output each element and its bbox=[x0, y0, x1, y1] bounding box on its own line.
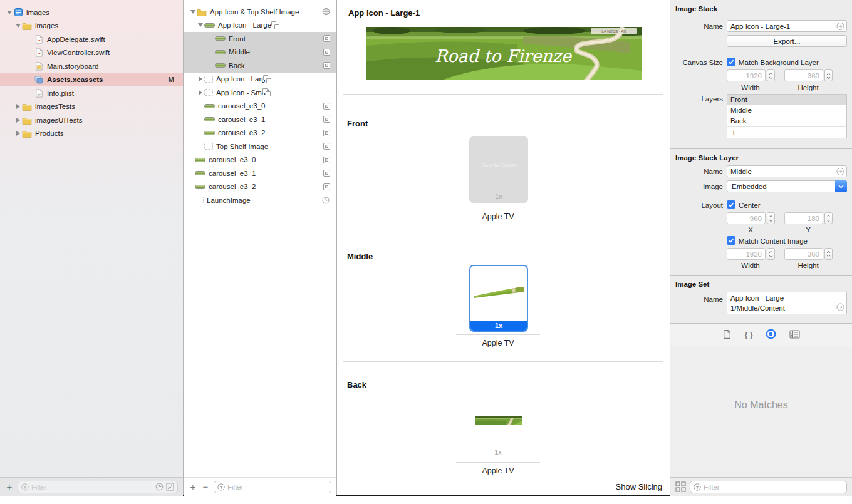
outline-row-front[interactable]: Front bbox=[184, 32, 336, 46]
height-stepper[interactable] bbox=[824, 69, 833, 81]
layer-y-field[interactable]: 180 bbox=[784, 212, 823, 224]
nav-row-products[interactable]: Products bbox=[0, 127, 183, 141]
remove-asset-button[interactable]: − bbox=[201, 483, 210, 491]
disclosure-triangle-icon[interactable] bbox=[196, 90, 204, 95]
navigator-filter-field[interactable] bbox=[18, 481, 178, 493]
outline-row-topshelf[interactable]: Top Shelf Image bbox=[184, 140, 336, 153]
disclosure-triangle-icon[interactable] bbox=[14, 118, 22, 123]
layer-row-front[interactable]: Front bbox=[727, 95, 846, 105]
banner-image[interactable]: LA NOCE - AN Road to Firenze bbox=[366, 27, 642, 80]
nav-row-assets-selected[interactable]: Assets.xcassets M bbox=[0, 73, 183, 87]
outline-row-middle[interactable]: Middle bbox=[184, 46, 336, 59]
disclosure-triangle-icon[interactable] bbox=[196, 76, 204, 81]
image-stack-icon bbox=[262, 88, 271, 96]
add-button[interactable]: + bbox=[5, 483, 14, 491]
nav-row-imagestests[interactable]: imagesTests bbox=[0, 100, 183, 114]
image-thumbnail bbox=[195, 158, 205, 162]
image-source-dropdown[interactable]: Embedded bbox=[727, 180, 847, 192]
front-image-well[interactable]: Road to Firenze 1x bbox=[469, 136, 528, 203]
asset-label: LaunchImage bbox=[207, 197, 251, 204]
source-control-filter-icon[interactable] bbox=[166, 483, 174, 491]
image-set-icon bbox=[323, 35, 330, 42]
nav-row-viewcontroller[interactable]: ViewController.swift bbox=[0, 46, 183, 60]
canvas-width-field[interactable]: 1920 bbox=[727, 69, 766, 81]
center-checkbox[interactable] bbox=[727, 200, 735, 209]
nav-row-storyboard[interactable]: Main.storyboard bbox=[0, 59, 183, 73]
file-template-segment[interactable] bbox=[722, 329, 732, 341]
layer-x-field[interactable]: 960 bbox=[727, 212, 766, 224]
stack-name-field[interactable]: App Icon - Large-1 bbox=[727, 20, 847, 32]
disclosure-triangle-icon[interactable] bbox=[14, 131, 22, 136]
nav-row-project-images[interactable]: images bbox=[0, 6, 183, 19]
filter-input[interactable] bbox=[31, 483, 153, 491]
jump-arrow-icon[interactable] bbox=[836, 22, 844, 30]
show-slicing-button[interactable]: Show Slicing bbox=[616, 482, 662, 491]
canvas-height-field[interactable]: 360 bbox=[784, 69, 823, 81]
layer-row-middle[interactable]: Middle bbox=[727, 105, 846, 116]
middle-image-well-selected[interactable]: 1x bbox=[469, 265, 528, 332]
nav-row-infoplist[interactable]: Info.plist bbox=[0, 86, 183, 100]
export-button[interactable]: Export... bbox=[727, 35, 847, 47]
image-set-icon bbox=[323, 157, 330, 163]
remove-layer-button[interactable]: − bbox=[744, 128, 749, 138]
asset-label: Back bbox=[229, 62, 245, 69]
disclosure-triangle-icon[interactable] bbox=[14, 104, 22, 109]
width-stepper[interactable] bbox=[767, 69, 775, 81]
library-filter-bar bbox=[670, 477, 852, 496]
outline-row-carousel2[interactable]: carousel_e3_2 bbox=[184, 126, 336, 140]
match-content-checkbox[interactable] bbox=[727, 236, 735, 245]
section-divider bbox=[670, 148, 852, 149]
asset-catalog-segment[interactable] bbox=[789, 330, 800, 340]
image-thumbnail bbox=[215, 63, 226, 68]
jump-arrow-icon[interactable] bbox=[836, 303, 844, 311]
back-layer-image[interactable] bbox=[475, 416, 522, 425]
layer-width-field[interactable]: 1920 bbox=[727, 248, 766, 260]
disclosure-triangle-icon[interactable] bbox=[196, 23, 204, 27]
code-snippet-segment[interactable]: { } bbox=[745, 331, 753, 339]
add-layer-button[interactable]: + bbox=[731, 128, 736, 138]
nav-row-appdelegate[interactable]: AppDelegate.swift bbox=[0, 33, 183, 46]
file-label: imagesTests bbox=[35, 103, 75, 110]
outline-row-brand-folder[interactable]: App Icon & Top Shelf Image bbox=[184, 5, 336, 19]
outline-row-root-carousel0[interactable]: carousel_e3_0 bbox=[184, 153, 336, 167]
jump-arrow-icon[interactable] bbox=[836, 167, 844, 175]
recent-files-clock-icon[interactable] bbox=[155, 483, 164, 491]
outline-row-launchimage[interactable]: LaunchImage bbox=[184, 193, 336, 207]
outline-row-carousel1[interactable]: carousel_e3_1 bbox=[184, 113, 336, 126]
library-filter-field[interactable] bbox=[690, 481, 847, 493]
outline-row-root-carousel2[interactable]: carousel_e3_2 bbox=[184, 180, 336, 194]
outline-filter-field[interactable] bbox=[214, 481, 331, 493]
outline-row-appicon-large1[interactable]: App Icon - Large-1 bbox=[184, 19, 336, 33]
y-stepper[interactable] bbox=[824, 212, 833, 224]
width-stepper[interactable] bbox=[767, 248, 775, 260]
disclosure-triangle-icon[interactable] bbox=[5, 11, 13, 14]
nav-row-imagesuitests[interactable]: imagesUITests bbox=[0, 113, 183, 127]
outline-row-back[interactable]: Back bbox=[184, 59, 336, 73]
outline-row-root-carousel1[interactable]: carousel_e3_1 bbox=[184, 167, 336, 180]
outline-row-appicon-small[interactable]: App Icon - Small bbox=[184, 86, 336, 100]
disclosure-triangle-icon[interactable] bbox=[14, 24, 22, 28]
media-library-segment-selected[interactable] bbox=[766, 329, 776, 341]
outline-row-carousel0[interactable]: carousel_e3_0 bbox=[184, 100, 336, 113]
image-thumbnail bbox=[215, 50, 226, 54]
layer-height-field[interactable]: 360 bbox=[784, 248, 823, 260]
match-background-checkbox[interactable] bbox=[727, 58, 735, 66]
dropdown-chevron-icon bbox=[835, 180, 847, 192]
outline-row-appicon-large[interactable]: App Icon - Large bbox=[184, 73, 336, 86]
layer-name-field[interactable]: Middle bbox=[727, 165, 847, 177]
nav-row-folder-images[interactable]: images bbox=[0, 19, 183, 33]
filter-input[interactable] bbox=[227, 483, 328, 491]
grid-view-icon[interactable] bbox=[675, 481, 686, 492]
disclosure-triangle-icon[interactable] bbox=[189, 10, 197, 14]
folder-icon bbox=[22, 116, 32, 125]
no-matches-text: No Matches bbox=[670, 399, 852, 411]
image-set-icon bbox=[323, 49, 330, 56]
x-stepper[interactable] bbox=[767, 212, 775, 224]
add-asset-button[interactable]: + bbox=[189, 483, 197, 491]
filter-input[interactable] bbox=[704, 483, 843, 491]
middle-layer-image bbox=[470, 266, 527, 321]
height-stepper[interactable] bbox=[824, 248, 833, 260]
library-segment-bar: { } bbox=[670, 324, 852, 346]
layer-row-back[interactable]: Back bbox=[727, 116, 846, 126]
image-set-name-field[interactable]: App Icon - Large-1/Middle/Content bbox=[727, 292, 847, 314]
